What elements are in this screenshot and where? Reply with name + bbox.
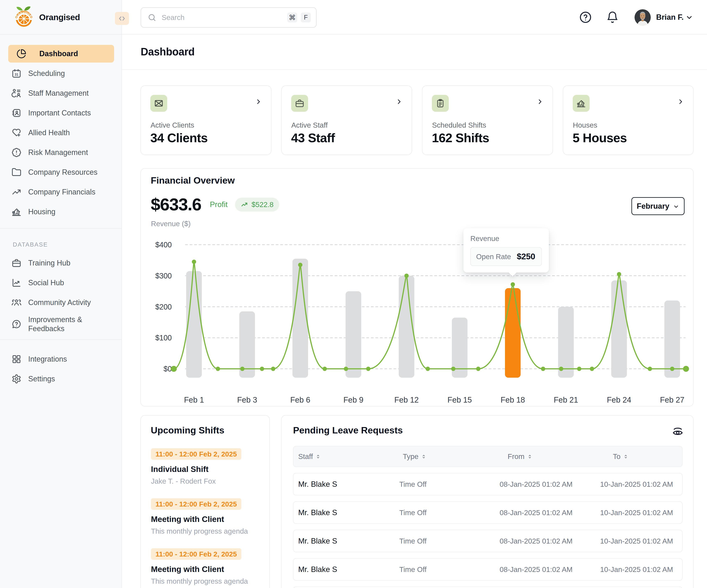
line-point[interactable]: [171, 366, 177, 372]
cell-from: 08-Jan-2025 01:02 AM: [500, 559, 573, 580]
stat-card-arrow-button[interactable]: [677, 98, 684, 105]
line-point[interactable]: [426, 367, 430, 371]
column-header-type[interactable]: Type: [403, 446, 427, 467]
table-row[interactable]: Mr. Blake S Time Off 08-Jan-2025 01:02 A…: [293, 530, 682, 552]
help-button[interactable]: [579, 11, 592, 24]
sidebar: ORANGISED Orangised Dashboard Scheduling…: [0, 0, 122, 588]
stat-card-arrow-button[interactable]: [537, 98, 543, 105]
sidebar-item-integrations[interactable]: Integrations: [8, 350, 114, 368]
column-label: To: [613, 452, 620, 461]
line-point[interactable]: [344, 367, 348, 371]
f-keycap: F: [301, 12, 311, 23]
financial-overview-card: Financial Overview $633.6 Profit $522.8 …: [140, 168, 694, 406]
stat-card-arrow-button[interactable]: [396, 98, 403, 105]
shift-item[interactable]: 11:00 - 12:00 Feb 2, 2025 Meeting with C…: [151, 498, 261, 535]
sidebar-section-label: DATABASE: [13, 241, 48, 248]
bar[interactable]: [186, 271, 202, 378]
chevron-right-icon: [396, 98, 403, 105]
sidebar-item-training-hub[interactable]: Training Hub: [8, 254, 114, 272]
stat-card[interactable]: Houses 5 Houses: [563, 85, 694, 155]
heart-plus-icon: [11, 128, 22, 138]
grid-icon: [11, 354, 22, 364]
sidebar-divider: [0, 228, 122, 229]
cell-staff: Mr. Blake S: [298, 502, 337, 523]
line-point[interactable]: [541, 367, 545, 371]
bar[interactable]: [664, 300, 680, 378]
line-point[interactable]: [366, 367, 370, 371]
preview-button[interactable]: [672, 426, 684, 438]
x-tick-label: Feb 9: [343, 396, 363, 404]
column-header-from[interactable]: From: [508, 446, 533, 467]
sidebar-item-improvements-feedbacks[interactable]: Improvements & Feedbacks: [8, 314, 114, 335]
revenue-chart[interactable]: $0$100$200$300$400Feb 1Feb 3Feb 6Feb 9Fe…: [141, 169, 694, 407]
sidebar-item-allied-health[interactable]: Allied Health: [8, 124, 114, 142]
stat-card[interactable]: Active Clients 34 Clients: [140, 85, 271, 155]
sidebar-item-social-hub[interactable]: Social Hub: [8, 274, 114, 292]
line-point[interactable]: [271, 367, 275, 371]
line-point[interactable]: [240, 367, 244, 371]
x-tick-label: Feb 27: [660, 396, 684, 404]
table-row[interactable]: Mr. Blake S Time Off 08-Jan-2025 01:02 A…: [293, 501, 682, 524]
line-point[interactable]: [476, 367, 480, 371]
chat-question-icon: [11, 319, 22, 329]
cell-type: Time Off: [399, 502, 427, 523]
sidebar-item-dashboard[interactable]: Dashboard: [8, 45, 114, 63]
sidebar-item-settings[interactable]: Settings: [8, 370, 114, 388]
stat-card-arrow-button[interactable]: [255, 98, 262, 105]
sidebar-item-risk-management[interactable]: Risk Management: [8, 144, 114, 161]
bar[interactable]: [611, 280, 627, 378]
line-point[interactable]: [683, 366, 689, 372]
trend-icon: [11, 187, 22, 197]
notifications-button[interactable]: [606, 11, 619, 24]
bar-highlighted[interactable]: [505, 288, 520, 378]
sidebar-item-company-financials[interactable]: Company Financials: [8, 183, 114, 201]
line-point[interactable]: [323, 367, 327, 371]
column-header-staff[interactable]: Staff: [298, 446, 321, 467]
line-point[interactable]: [298, 263, 303, 267]
cell-from: 08-Jan-2025 01:02 AM: [500, 587, 573, 588]
sidebar-item-housing[interactable]: Housing: [8, 203, 114, 221]
line-point[interactable]: [192, 260, 196, 264]
bar[interactable]: [345, 291, 361, 378]
cmd-keycap: ⌘: [287, 12, 297, 23]
x-tick-label: Feb 21: [554, 396, 578, 404]
sidebar-collapse-button[interactable]: [115, 12, 129, 25]
orangised-logo-icon: ORANGISED: [14, 6, 33, 27]
stat-card[interactable]: Active Staff 43 Staff: [281, 85, 412, 155]
search-box[interactable]: ⌘ F: [141, 7, 316, 28]
user-menu-chevron[interactable]: [685, 13, 693, 22]
line-point[interactable]: [216, 367, 220, 371]
search-input[interactable]: [156, 13, 287, 22]
line-point[interactable]: [260, 367, 264, 371]
column-label: Type: [403, 452, 418, 461]
line-point[interactable]: [559, 367, 563, 371]
sidebar-item-staff-management[interactable]: Staff Management: [8, 84, 114, 102]
sidebar-item-scheduling[interactable]: Scheduling: [8, 65, 114, 82]
x-tick-label: Feb 18: [501, 396, 525, 404]
line-point[interactable]: [577, 367, 581, 371]
line-point[interactable]: [617, 272, 621, 277]
table-row[interactable]: Mr. Blake S Time Off 08-Jan-2025 01:02 A…: [293, 558, 682, 581]
stat-card[interactable]: Scheduled Shifts 162 Shifts: [422, 85, 553, 155]
stat-icon-tile: [291, 95, 308, 112]
line-point[interactable]: [404, 273, 409, 278]
bar[interactable]: [293, 259, 308, 378]
title-divider: [122, 69, 707, 70]
table-row[interactable]: Mr. Blake S Time Off 08-Jan-2025 01:02 A…: [293, 587, 682, 588]
sidebar-item-important-contacts[interactable]: Important Contacts: [8, 104, 114, 122]
sidebar-footer-nav: Integrations Settings: [8, 350, 114, 390]
shift-item[interactable]: 11:00 - 12:00 Feb 2, 2025 Meeting with C…: [151, 548, 261, 585]
tooltip-title: Revenue: [470, 234, 542, 243]
table-row[interactable]: Mr. Blake S Time Off 08-Jan-2025 01:02 A…: [293, 473, 682, 495]
line-point[interactable]: [590, 367, 594, 371]
avatar[interactable]: [635, 9, 651, 26]
shift-item[interactable]: 11:00 - 12:00 Feb 2, 2025 Individual Shi…: [151, 448, 261, 485]
line-point[interactable]: [511, 282, 515, 287]
line-point[interactable]: [648, 367, 652, 371]
column-header-to[interactable]: To: [613, 446, 629, 467]
sidebar-item-community-activity[interactable]: Community Activity: [8, 294, 114, 311]
topbar: ⌘ F Brian F.: [122, 0, 707, 35]
sidebar-item-company-resources[interactable]: Company Resources: [8, 163, 114, 181]
line-point[interactable]: [451, 367, 456, 371]
line-point[interactable]: [670, 367, 674, 371]
